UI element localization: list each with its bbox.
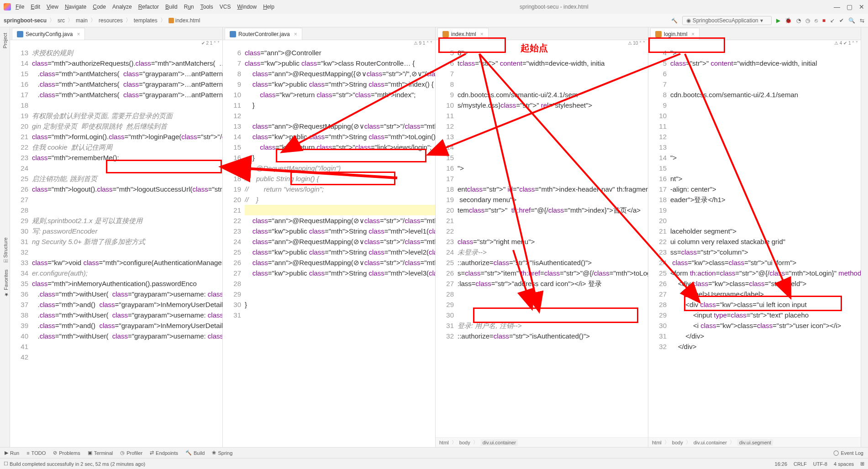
toolwin-run[interactable]: ▶ Run [5,450,19,456]
project-stripe[interactable]: Project [2,33,8,48]
tab-close-icon[interactable]: × [480,31,484,37]
status-encoding[interactable]: UTF-8 [813,461,827,467]
crumb-node[interactable]: body [459,440,470,445]
toolwin-profiler[interactable]: ◷ Profiler [120,450,142,456]
event-log[interactable]: ◯ Event Log [833,450,863,456]
tab-label: index.html [451,31,476,37]
menu-view[interactable]: View [47,4,58,10]
editor-tab[interactable]: index.html× [437,28,489,40]
editor-pane: login.html×⚠ 4 ✔ 1 ˄ ˅456789101112131415… [648,27,861,447]
menu-code[interactable]: Code [93,4,106,10]
inspection-indicator[interactable]: ⚠ 9 1 ˄ ˅ [223,40,435,47]
crumb[interactable]: templates [134,17,158,24]
code-editor[interactable]: 5678910111213141516171819202122232425262… [436,47,648,437]
inspection-indicator[interactable]: ⚠ 4 ✔ 1 ˄ ˅ [648,40,861,47]
tab-label: RouterController.java [238,31,290,37]
gutter[interactable]: 1314151617181920212223242526272829303132… [10,47,32,447]
status-icon[interactable]: ☐ [4,461,8,467]
toolwin-problems[interactable]: ⊘ Problems [53,450,80,456]
git-update-icon[interactable]: ↙ [830,17,835,24]
crumb-node[interactable]: body [672,440,683,445]
editor-tab[interactable]: SecurityConfig.java× [12,28,85,40]
toolwin-build[interactable]: 🔨 Build [185,450,205,456]
menu-edit[interactable]: Edit [31,4,40,10]
menu-refactor[interactable]: Refactor [138,4,159,10]
editor-breadcrumb[interactable]: html〉body〉div.ui.container〉div.ui.segmen… [648,437,861,447]
code-editor[interactable]: 6789101112131415161718192021222324252627… [223,47,435,447]
toolwin-todo[interactable]: ≡ TODO [26,450,46,456]
inspection-indicator[interactable]: ✔ 2 1 ˄ ˅ [10,40,222,47]
run-config-selector[interactable]: ◉ SpringbootSecuApplication ▾ [682,16,772,25]
file-icon [655,31,662,37]
code-editor[interactable]: 4567891011121314151617181920212223242526… [648,47,861,437]
breadcrumb[interactable]: springboot-secu〉 src〉 main〉 resources〉 t… [4,16,200,24]
menu-file[interactable]: File [16,4,24,10]
profiler-icon[interactable]: ◷ [805,17,810,24]
editor-tab[interactable]: login.html× [650,28,700,40]
crumb-node[interactable]: div.ui.container [694,440,727,445]
right-toolwin-bar[interactable] [861,27,868,447]
menu-run[interactable]: Run [184,4,194,10]
inspection-indicator[interactable]: ⚠ 10 ˄ ˅ [436,40,648,47]
editor-breadcrumb[interactable]: html〉body〉div.ui.container [436,437,648,447]
stripe-structure[interactable]: ⌸ Structure [3,237,9,262]
editor-pane: SecurityConfig.java×✔ 2 1 ˄ ˅13141516171… [10,27,223,447]
gutter[interactable]: 4567891011121314151617181920212223242526… [648,47,670,437]
code-editor[interactable]: 1314151617181920212223242526272829303132… [10,47,222,447]
build-icon[interactable] [671,17,678,24]
menu-vcs[interactable]: VCS [220,4,231,10]
settings-icon[interactable]: ⇆ [860,17,864,24]
menu-help[interactable]: Help [263,4,274,10]
tool-window-tabs[interactable]: ▶ Run ≡ TODO ⊘ Problems ▣ Terminal ◷ Pro… [0,447,868,458]
crumb-node[interactable]: div.ui.container [481,439,518,446]
file-icon [230,31,236,37]
crumb-node[interactable]: div.ui.segment [737,439,773,446]
main-menu[interactable]: File Edit View Navigate Code Analyze Ref… [16,4,274,10]
titlebar: File Edit View Navigate Code Analyze Ref… [0,0,868,14]
attach-icon[interactable]: ⎋ [815,17,818,24]
tab-close-icon[interactable]: × [77,31,80,37]
editor-tab[interactable]: RouterController.java× [225,28,302,40]
editor-pane: index.html×⚠ 10 ˄ ˅567891011121314151617… [436,27,648,447]
editor-pane: RouterController.java×⚠ 9 1 ˄ ˅678910111… [223,27,436,447]
menu-analyze[interactable]: Analyze [112,4,132,10]
toolwin-terminal[interactable]: ▣ Terminal [88,450,113,456]
crumb-project[interactable]: springboot-secu [4,17,47,24]
navigation-bar: springboot-secu〉 src〉 main〉 resources〉 t… [0,14,868,27]
menu-tools[interactable]: Tools [200,4,213,10]
search-icon[interactable]: 🔍 [848,17,855,24]
gutter[interactable]: 6789101112131415161718192021222324252627… [223,47,245,447]
tab-close-icon[interactable]: × [294,31,297,37]
run-icon[interactable]: ▶ [776,17,780,24]
file-icon [17,31,23,37]
coverage-icon[interactable]: ◔ [796,17,801,24]
close-icon[interactable]: ✕ [859,3,864,10]
stripe-favorites[interactable]: ★ Favorites [3,270,9,297]
crumb[interactable]: src [58,17,65,24]
crumb[interactable]: main [76,17,88,24]
minimize-icon[interactable]: — [834,3,840,10]
debug-icon[interactable]: 🐞 [785,17,792,24]
status-message: Build completed successfully in 2 sec, 5… [10,461,774,467]
status-indent[interactable]: 4 spaces [834,461,854,467]
tab-close-icon[interactable]: × [691,31,694,37]
menu-window[interactable]: Window [237,4,257,10]
crumb[interactable]: resources [99,17,123,24]
crumb-node[interactable]: html [439,440,449,445]
menu-build[interactable]: Build [165,4,178,10]
stop-icon[interactable]: ■ [822,17,826,24]
maximize-icon[interactable]: ▢ [847,3,852,10]
crumb-node[interactable]: html [652,440,662,445]
toolwin-endpoints[interactable]: ⇄ Endpoints [150,450,178,456]
status-lock-icon[interactable]: ⊞ [860,461,864,467]
tab-label: SecurityConfig.java [26,31,73,37]
status-caret[interactable]: 16:26 [775,461,788,467]
left-stripe-extra[interactable]: ★ Favorites ⌸ Structure [3,237,9,297]
menu-navigate[interactable]: Navigate [65,4,86,10]
toolwin-spring[interactable]: ❀ Spring [212,450,232,456]
app-logo [4,3,11,10]
gutter[interactable]: 5678910111213141516171819202122232425262… [436,47,458,437]
status-line-sep[interactable]: CRLF [794,461,807,467]
crumb-file[interactable]: index.html [175,17,200,24]
git-commit-icon[interactable]: ✔ [839,17,844,24]
